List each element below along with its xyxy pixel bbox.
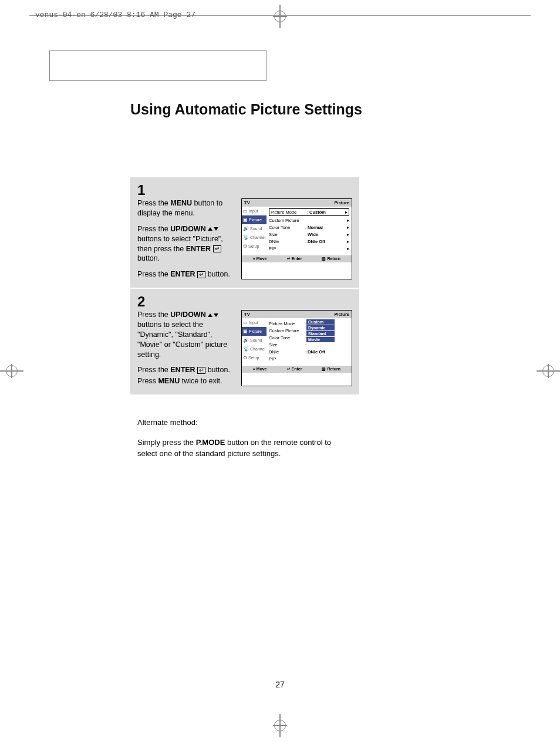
sidebar-item-picture: ▣Picture [242,215,266,224]
osd-label: Color Tone [269,225,304,230]
osd-label: DNIe [269,239,304,244]
text: buttons to select the "Dynamic", "Standa… [137,321,227,359]
step-2-block: 2 Press the UP/DOWN buttons to select th… [130,289,359,394]
osd-label: Color Tone [269,335,304,340]
input-icon: ▭ [243,320,248,325]
sidebar-item-channel: 📡Channel [242,345,266,353]
text: button. [208,270,230,278]
text: button. [137,254,160,262]
dropdown-option: Dynamic [306,325,335,330]
menu-label: MENU [158,377,180,385]
menu-label: MENU [170,199,192,207]
enter-label: ENTER [186,245,211,253]
osd-value: Normal [308,225,345,230]
text: Press the [137,366,170,374]
osd-sidebar: ▭Input ▣Picture 🔊Sound 📡Channel ⚙Setup [242,207,266,255]
pmode-label: P.MODE [196,438,225,447]
footer-enter: ↵ Enter [287,367,302,372]
input-icon: ▭ [243,208,248,214]
step-1-block: 1 Press the MENU button to display the m… [130,177,359,288]
osd-label: Picture Mode [269,321,304,326]
step-2-text: Press the UP/DOWN buttons to select the … [137,310,235,386]
enter-icon: ↵ [213,245,221,252]
dropdown-option: Custom [306,319,335,325]
crop-mark-bottom [268,714,292,737]
chevron-right-icon: ▸ [343,210,348,215]
up-arrow-icon [208,313,212,317]
crop-mark-top [268,5,292,28]
footer-return: ▥ Return [322,367,340,372]
alternate-method-block: Alternate method: Simply press the P.MOD… [130,411,359,468]
step-1-text: Press the MENU button to display the men… [137,198,235,279]
enter-icon: ↵ [197,271,205,278]
text: twice to exit. [180,377,222,385]
picture-icon: ▣ [243,329,248,334]
osd-row: DNIe: DNIe Off [269,348,349,355]
osd-label: PIP [269,356,304,362]
osd-main-panel: Picture Mode: Custom Picture Color Tone:… [266,318,352,366]
channel-icon: 📡 [243,235,249,240]
osd-screenshot-2: TV Picture ▭Input ▣Picture 🔊Sound 📡Chann… [241,310,352,386]
up-arrow-icon [208,227,212,231]
crop-mark-right [537,359,560,383]
osd-value: DNIe Off [308,239,345,244]
sidebar-item-sound: 🔊Sound [242,224,266,233]
text: button. [208,366,230,374]
setup-icon: ⚙ [243,355,247,360]
osd-screenshot-1: TV Picture ▭Input ▣Picture 🔊Sound 📡Chann… [241,198,352,279]
enter-label: ENTER [170,366,195,374]
text: Simply press the [137,438,196,447]
down-arrow-icon [214,313,218,317]
page-number: 27 [275,680,285,689]
footer-return: ▥ Return [322,257,340,261]
text: Press the [137,199,170,207]
osd-label: Picture Mode [271,210,306,215]
dropdown-option: Movie [306,337,335,342]
step-2-number: 2 [137,295,352,309]
osd-row: Color Tone : Normal ▸ [269,224,349,231]
osd-tv-label: TV [244,200,250,205]
text: Press the [137,270,170,278]
osd-row: Size : Wide ▸ [269,231,349,238]
osd-main-panel: Picture Mode : Custom ▸ Custom Picture ▸… [266,207,352,255]
osd-footer: ♦ Move ↵ Enter ▥ Return [242,255,352,262]
alternate-heading: Alternate method: [137,417,352,429]
chevron-right-icon: ▸ [345,218,349,223]
sidebar-item-sound: 🔊Sound [242,336,266,345]
footer-move: ♦ Move [253,257,266,261]
osd-tv-label: TV [244,312,250,317]
osd-value: DNIe Off [308,349,349,355]
sidebar-item-setup: ⚙Setup [242,353,266,362]
down-arrow-icon [214,227,218,231]
osd-row: DNIe : DNIe Off ▸ [269,238,349,245]
chevron-right-icon: ▸ [345,225,349,230]
sidebar-item-input: ▭Input [242,318,266,327]
print-header: venus-04-en 6/28/03 8:16 AM Page 27 [35,11,195,19]
osd-label: PIP [269,246,304,251]
osd-label: Size [269,232,304,237]
step-1-number: 1 [137,183,352,197]
sidebar-item-channel: 📡Channel [242,233,266,242]
alternate-body: Simply press the P.MODE button on the re… [137,437,352,460]
osd-sidebar: ▭Input ▣Picture 🔊Sound 📡Channel ⚙Setup [242,318,266,366]
sidebar-item-input: ▭Input [242,207,266,215]
osd-row: PIP [269,355,349,362]
chevron-right-icon: ▸ [345,246,349,251]
osd-label: DNIe [269,349,304,355]
dropdown-option: Standard [306,331,335,336]
blank-header-box [49,50,266,81]
updown-label: UP/DOWN [170,225,205,233]
footer-move: ♦ Move [253,367,266,372]
sidebar-item-setup: ⚙Setup [242,242,266,251]
osd-section-label: Picture [335,312,349,317]
osd-label: Custom Picture [269,218,304,223]
osd-label: Size [269,342,304,348]
sidebar-item-picture: ▣Picture [242,327,266,336]
text: Press the [137,225,170,233]
picture-icon: ▣ [243,217,248,222]
chevron-right-icon: ▸ [345,232,349,237]
page-title: Using Automatic Picture Settings [130,101,362,118]
picture-mode-dropdown: Custom Dynamic Standard Movie [306,319,335,343]
crop-mark-left [0,359,23,383]
footer-enter: ↵ Enter [287,257,302,261]
